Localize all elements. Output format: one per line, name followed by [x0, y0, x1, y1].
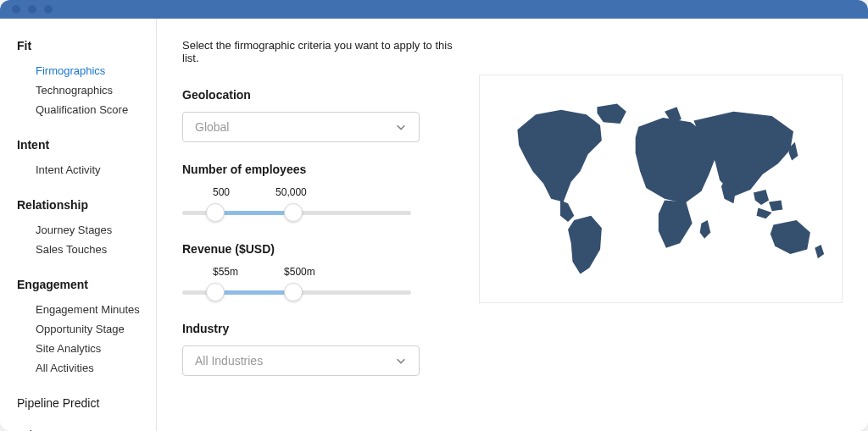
- employees-from-label: 500: [213, 186, 230, 198]
- employees-field: Number of employees 500 50,000: [182, 163, 453, 222]
- window-dot[interactable]: [44, 5, 53, 14]
- nav-group: RelationshipJourney StagesSales Touches: [17, 198, 147, 259]
- revenue-slider-labels: $55m $500m: [182, 266, 411, 278]
- geolocation-field: Geolocation Global: [182, 88, 453, 142]
- sidebar-item-all-activities[interactable]: All Activities: [17, 358, 147, 378]
- revenue-from-label: $55m: [213, 266, 238, 278]
- world-map-icon: [488, 84, 833, 294]
- sidebar-item-qualification-score[interactable]: Qualification Score: [17, 100, 147, 119]
- nav-header: Engagement: [17, 278, 147, 291]
- revenue-to-label: $500m: [284, 266, 315, 278]
- main-content: Select the firmographic criteria you wan…: [157, 19, 868, 431]
- sidebar-item-sales-touches[interactable]: Sales Touches: [17, 240, 147, 259]
- window-dot[interactable]: [12, 5, 20, 14]
- industry-label: Industry: [182, 322, 453, 335]
- sidebar-item-firmographics[interactable]: Firmographics: [17, 61, 147, 80]
- sidebar-item-journey-stages[interactable]: Journey Stages: [17, 220, 147, 240]
- sidebar-item-site-analytics[interactable]: Site Analytics: [17, 339, 147, 358]
- employees-slider-handle-from[interactable]: [206, 203, 225, 222]
- employees-to-label: 50,000: [275, 186, 307, 198]
- nav-header: Relationship: [17, 198, 147, 212]
- title-bar: [0, 0, 868, 19]
- criteria-form: Select the firmographic criteria you wan…: [182, 39, 453, 411]
- employees-slider[interactable]: 500 50,000: [182, 186, 411, 222]
- window-dot[interactable]: [28, 5, 36, 14]
- nav-header: Fit: [17, 39, 147, 52]
- world-map-panel: [479, 75, 843, 303]
- industry-field: Industry All Industries: [182, 322, 453, 376]
- nav-header: Intent: [17, 138, 147, 152]
- nav-group: EngagementEngagement MinutesOpportunity …: [17, 278, 147, 378]
- revenue-slider[interactable]: $55m $500m: [182, 266, 411, 301]
- industry-select[interactable]: All Industries: [182, 345, 420, 376]
- revenue-slider-handle-to[interactable]: [284, 283, 303, 301]
- chevron-down-icon: [395, 121, 407, 133]
- sidebar-item-technographics[interactable]: Technographics: [17, 80, 147, 100]
- employees-label: Number of employees: [182, 163, 453, 176]
- sidebar-item-engagement-minutes[interactable]: Engagement Minutes: [17, 300, 147, 319]
- instruction-text: Select the firmographic criteria you wan…: [182, 39, 453, 64]
- nav-group: FitFirmographicsTechnographicsQualificat…: [17, 39, 147, 119]
- sidebar-item-pipeline-predict[interactable]: Pipeline Predict: [17, 396, 147, 410]
- chevron-down-icon: [395, 355, 407, 367]
- revenue-slider-handle-from[interactable]: [206, 283, 225, 301]
- sidebar-item-intent-activity[interactable]: Intent Activity: [17, 160, 147, 180]
- employees-slider-handle-to[interactable]: [284, 203, 303, 222]
- geolocation-label: Geolocation: [182, 88, 453, 102]
- revenue-label: Revenue ($USD): [182, 242, 453, 256]
- employees-slider-labels: 500 50,000: [182, 186, 411, 198]
- geolocation-value: Global: [195, 120, 229, 134]
- industry-value: All Industries: [195, 354, 263, 367]
- nav-group: IntentIntent Activity: [17, 138, 147, 180]
- sidebar: FitFirmographicsTechnographicsQualificat…: [0, 19, 157, 431]
- sidebar-item-opportunity-stage[interactable]: Opportunity Stage: [17, 319, 147, 339]
- revenue-field: Revenue ($USD) $55m $500m: [182, 242, 453, 301]
- geolocation-select[interactable]: Global: [182, 112, 420, 142]
- app-window: FitFirmographicsTechnographicsQualificat…: [0, 0, 868, 431]
